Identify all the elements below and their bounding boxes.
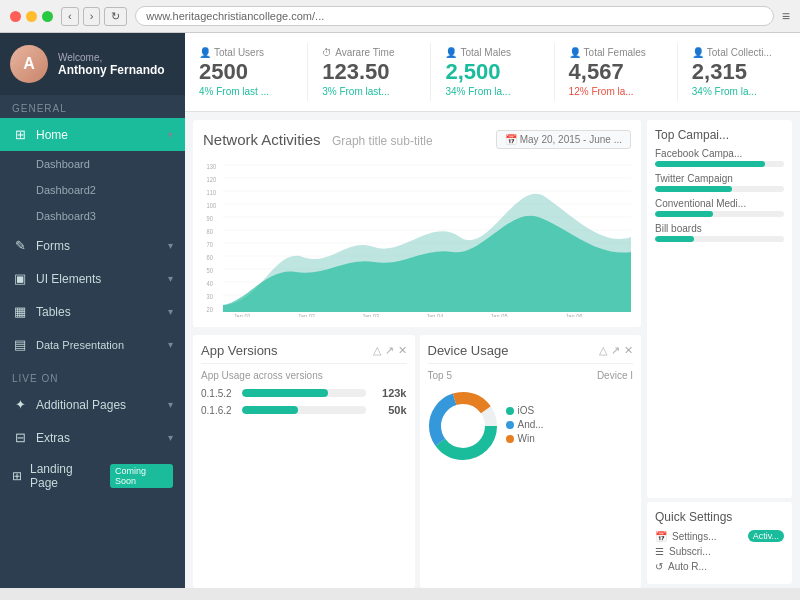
- svg-text:Jan 02: Jan 02: [298, 312, 315, 317]
- fullscreen-button[interactable]: [42, 11, 53, 22]
- avatar: A: [10, 45, 48, 83]
- panel-actions: △ ↗ ✕: [599, 344, 633, 357]
- campaign-name: Facebook Campa...: [655, 148, 784, 159]
- version-label: 0.1.5.2: [201, 388, 236, 399]
- device-col-label: Device I: [597, 370, 633, 381]
- campaign-name: Twitter Campaign: [655, 173, 784, 184]
- svg-text:Jan 01: Jan 01: [234, 312, 251, 317]
- nav-buttons: ‹ › ↻: [61, 7, 127, 26]
- stat-average-time: ⏱Avarare Time 123.50 3% From last...: [308, 43, 431, 101]
- active-badge: Activ...: [748, 530, 784, 542]
- landing-page-item[interactable]: ⊞ Landing Page Coming Soon: [0, 454, 185, 498]
- legend-item-android: And...: [506, 419, 634, 430]
- svg-text:120: 120: [207, 175, 217, 183]
- chevron-down-icon: ▾: [168, 273, 173, 284]
- network-activities-section: Network Activities Graph title sub-title…: [193, 120, 641, 327]
- coming-soon-badge: Coming Soon: [110, 464, 173, 488]
- svg-text:130: 130: [207, 162, 217, 170]
- bottom-panels: App Versions △ ↗ ✕ App Usage across vers…: [193, 335, 641, 588]
- sidebar-item-label: Forms: [36, 239, 70, 253]
- sidebar-item-ui-elements[interactable]: ▣ UI Elements ▾: [0, 262, 185, 295]
- quick-settings-panel: Quick Settings 📅 Settings... Activ... ☰ …: [647, 502, 792, 584]
- stat-sub: 34% From la...: [445, 86, 539, 97]
- expand-icon[interactable]: △: [599, 344, 607, 357]
- chart-svg: 130 120 110 100 90 80 70 60 50 40 30 20: [203, 157, 631, 317]
- svg-text:20: 20: [207, 305, 213, 313]
- expand-icon[interactable]: △: [373, 344, 381, 357]
- version-bar: [242, 406, 298, 414]
- sidebar-item-dashboard3[interactable]: Dashboard3: [0, 203, 185, 229]
- stat-label: 👤Total Collecti...: [692, 47, 786, 58]
- general-label: GENERAL: [0, 95, 185, 118]
- close-icon[interactable]: ✕: [398, 344, 407, 357]
- pin-icon[interactable]: ↗: [385, 344, 394, 357]
- svg-text:40: 40: [207, 279, 213, 287]
- app-container: A Welcome, Anthony Fernando GENERAL ⊞ Ho…: [0, 33, 800, 588]
- list-icon: ☰: [655, 546, 664, 557]
- sidebar-item-label: Tables: [36, 305, 71, 319]
- main-panel: Network Activities Graph title sub-title…: [185, 112, 647, 588]
- svg-text:Jan 05: Jan 05: [490, 312, 507, 317]
- version-bar-bg: [242, 389, 366, 397]
- user-section: A Welcome, Anthony Fernando: [0, 33, 185, 95]
- qs-item-auto-r[interactable]: ↺ Auto R...: [655, 561, 784, 572]
- forward-button[interactable]: ›: [83, 7, 101, 26]
- campaign-item-conventional: Conventional Medi...: [655, 198, 784, 217]
- svg-text:100: 100: [207, 201, 217, 209]
- user-info: Welcome, Anthony Fernando: [58, 52, 165, 77]
- qs-item-subscriptions[interactable]: ☰ Subscri...: [655, 546, 784, 557]
- right-sidebar: Top Campai... Facebook Campa... Twitter …: [647, 120, 792, 584]
- svg-text:50: 50: [207, 266, 213, 274]
- browser-menu-icon[interactable]: ≡: [782, 8, 790, 24]
- stat-value: 2,500: [445, 60, 539, 84]
- stat-value: 2,315: [692, 60, 786, 84]
- campaign-bar: [655, 236, 694, 242]
- windows-label: Win: [518, 433, 535, 444]
- sidebar-item-dashboard2[interactable]: Dashboard2: [0, 177, 185, 203]
- sidebar-item-extras[interactable]: ⊟ Extras ▾: [0, 421, 185, 454]
- qs-label: Auto R...: [668, 561, 707, 572]
- app-version-row: 0.1.6.2 50k: [201, 404, 407, 416]
- legend-item-windows: Win: [506, 433, 634, 444]
- device-usage-panel: Device Usage △ ↗ ✕ Top 5 Device I: [420, 335, 642, 588]
- calendar-icon: 📅: [655, 531, 667, 542]
- windows-dot: [506, 435, 514, 443]
- sidebar-item-dashboard[interactable]: Dashboard: [0, 151, 185, 177]
- address-bar[interactable]: www.heritagechristiancollege.com/...: [135, 6, 773, 26]
- campaign-item-billboards: Bill boards: [655, 223, 784, 242]
- version-bar-bg: [242, 406, 366, 414]
- qs-label: Settings...: [672, 531, 716, 542]
- qs-label: Subscri...: [669, 546, 711, 557]
- campaign-item-twitter: Twitter Campaign: [655, 173, 784, 192]
- campaign-bar: [655, 211, 713, 217]
- panel-header: App Versions △ ↗ ✕: [201, 343, 407, 364]
- ios-label: iOS: [518, 405, 535, 416]
- network-title: Network Activities: [203, 131, 321, 148]
- sidebar-item-home[interactable]: ⊞ Home ▾: [0, 118, 185, 151]
- stats-bar: 👤Total Users 2500 4% From last ... ⏱Avar…: [185, 33, 800, 112]
- welcome-text: Welcome,: [58, 52, 165, 63]
- sidebar-item-tables[interactable]: ▦ Tables ▾: [0, 295, 185, 328]
- panel-title: App Versions: [201, 343, 278, 358]
- back-button[interactable]: ‹: [61, 7, 79, 26]
- chevron-down-icon: ▾: [168, 399, 173, 410]
- pin-icon[interactable]: ↗: [611, 344, 620, 357]
- live-label: LIVE ON: [0, 365, 185, 388]
- sidebar-item-label: Additional Pages: [36, 398, 126, 412]
- sidebar-item-data-presentation[interactable]: ▤ Data Presentation ▾: [0, 328, 185, 361]
- sidebar: A Welcome, Anthony Fernando GENERAL ⊞ Ho…: [0, 33, 185, 588]
- close-button[interactable]: [10, 11, 21, 22]
- home-icon: ⊞: [12, 127, 28, 142]
- svg-text:Jan 04: Jan 04: [426, 312, 443, 317]
- traffic-lights: [10, 11, 53, 22]
- campaign-panel: Top Campai... Facebook Campa... Twitter …: [647, 120, 792, 498]
- user-name: Anthony Fernando: [58, 63, 165, 77]
- sidebar-item-forms[interactable]: ✎ Forms ▾: [0, 229, 185, 262]
- qs-item-settings[interactable]: 📅 Settings... Activ...: [655, 530, 784, 542]
- date-range-badge[interactable]: 📅 May 20, 2015 - June ...: [496, 130, 631, 149]
- reload-button[interactable]: ↻: [104, 7, 127, 26]
- version-bar: [242, 389, 328, 397]
- close-icon[interactable]: ✕: [624, 344, 633, 357]
- minimize-button[interactable]: [26, 11, 37, 22]
- sidebar-item-additional-pages[interactable]: ✦ Additional Pages ▾: [0, 388, 185, 421]
